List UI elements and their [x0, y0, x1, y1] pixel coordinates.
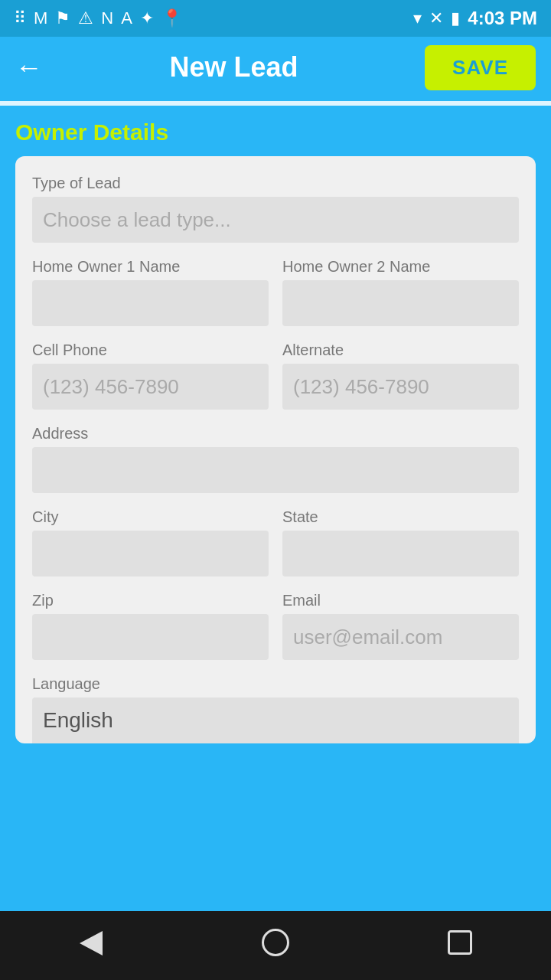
alternate-input[interactable] [282, 364, 519, 410]
progress-bar-container [0, 98, 551, 106]
header: ← New Lead SAVE [0, 37, 551, 98]
status-icon-warning: ⚠ [78, 8, 93, 28]
home-owner-2-label: Home Owner 2 Name [282, 258, 519, 276]
language-label: Language [32, 675, 519, 693]
state-label: State [282, 508, 519, 526]
nav-home-button[interactable] [262, 929, 289, 963]
nav-bar [0, 911, 551, 980]
back-button[interactable]: ← [15, 54, 43, 81]
field-group-address: Address [32, 425, 519, 493]
nav-recent-button[interactable] [448, 929, 472, 962]
language-input[interactable] [32, 697, 519, 743]
type-of-lead-input[interactable] [32, 197, 519, 243]
zip-email-row: Zip Email [32, 592, 519, 675]
zip-label: Zip [32, 592, 269, 609]
wifi-icon: ▾ [413, 8, 422, 28]
save-button[interactable]: SAVE [425, 45, 536, 90]
home-owner-1-input[interactable] [32, 280, 269, 326]
state-input[interactable] [282, 531, 519, 577]
status-bar-right: ▾ ✕ ▮ 4:03 PM [413, 8, 537, 29]
type-of-lead-label: Type of Lead [32, 175, 519, 192]
city-state-row: City State [32, 508, 519, 592]
address-input[interactable] [32, 447, 519, 493]
nav-back-button[interactable] [79, 929, 103, 962]
status-icon-clean: ⚑ [55, 8, 70, 28]
alternate-label: Alternate [282, 341, 519, 359]
email-input[interactable] [282, 614, 519, 660]
address-label: Address [32, 425, 519, 443]
status-icon-amazon: A [121, 8, 132, 28]
zip-input[interactable] [32, 614, 269, 660]
home-owner-row: Home Owner 1 Name Home Owner 2 Name [32, 258, 519, 341]
content-area: Owner Details Type of Lead Home Owner 1 … [0, 106, 551, 980]
field-group-email: Email [282, 592, 519, 660]
status-bar: ⠿ M ⚑ ⚠ N A ✦ 📍 ▾ ✕ ▮ 4:03 PM [0, 0, 551, 37]
phone-row: Cell Phone Alternate [32, 341, 519, 425]
status-icon-star: ✦ [140, 8, 154, 28]
field-group-home-owner-2: Home Owner 2 Name [282, 258, 519, 326]
form-card: Type of Lead Home Owner 1 Name Home Owne… [15, 156, 536, 743]
status-icon-maps: 📍 [161, 8, 182, 28]
field-group-zip: Zip [32, 592, 269, 660]
status-bar-left: ⠿ M ⚑ ⚠ N A ✦ 📍 [14, 8, 182, 28]
cell-phone-input[interactable] [32, 364, 269, 410]
home-owner-2-input[interactable] [282, 280, 519, 326]
battery-icon: ▮ [451, 8, 460, 28]
city-input[interactable] [32, 531, 269, 577]
cell-phone-label: Cell Phone [32, 341, 269, 359]
progress-bar [0, 101, 551, 106]
field-group-city: City [32, 508, 269, 577]
field-group-cell-phone: Cell Phone [32, 341, 269, 410]
signal-icon: ✕ [429, 8, 443, 28]
status-time: 4:03 PM [468, 8, 537, 29]
field-group-type-of-lead: Type of Lead [32, 175, 519, 243]
home-owner-1-label: Home Owner 1 Name [32, 258, 269, 276]
field-group-alternate: Alternate [282, 341, 519, 410]
status-icon-menu: ⠿ [14, 8, 26, 28]
field-group-home-owner-1: Home Owner 1 Name [32, 258, 269, 326]
status-icon-gmail: M [34, 8, 47, 28]
section-title-owner-details: Owner Details [15, 119, 536, 145]
field-group-state: State [282, 508, 519, 577]
status-icon-n: N [101, 8, 113, 28]
city-label: City [32, 508, 269, 526]
email-label: Email [282, 592, 519, 609]
page-title: New Lead [170, 51, 298, 83]
field-group-language: Language [32, 675, 519, 743]
